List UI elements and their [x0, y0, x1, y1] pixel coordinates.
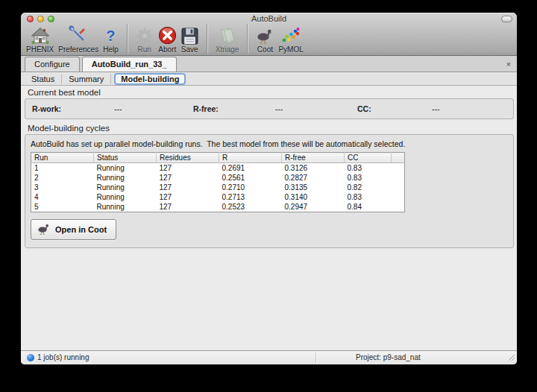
cell-r-free: 0.3126 — [282, 163, 345, 174]
run-button[interactable]: Run — [136, 25, 154, 54]
cc-value: --- — [432, 104, 440, 113]
cell-spare — [392, 173, 405, 183]
abort-icon — [158, 25, 177, 45]
cell-r: 0.2691 — [219, 163, 282, 174]
save-button[interactable]: Save — [181, 25, 198, 54]
toolbar-item-label: PHENIX — [26, 45, 54, 54]
sub-tab-bar: Status Summary Model-building — [21, 73, 517, 86]
cell-cc: 0.82 — [345, 183, 392, 192]
cell-cc: 0.83 — [345, 192, 392, 202]
tab-model-building[interactable]: Model-building — [114, 73, 186, 85]
open-in-coot-button[interactable]: Open in Coot — [31, 219, 116, 240]
abort-button[interactable]: Abort — [158, 25, 177, 54]
cell-status: Running — [94, 163, 157, 174]
cell-spare — [392, 183, 405, 192]
close-tab-icon[interactable]: × — [506, 59, 511, 69]
coot-bird-icon — [37, 223, 51, 237]
toolbar-toggle-button[interactable] — [501, 16, 512, 22]
job-status-icon — [27, 354, 34, 361]
toolbar-separator — [127, 24, 128, 54]
current-best-model-section-title: Current best model — [28, 88, 101, 97]
col-header-status: Status — [94, 153, 157, 163]
cell-run: 4 — [31, 192, 94, 202]
minimize-window-button[interactable] — [37, 16, 44, 22]
tab-autobuild-run[interactable]: AutoBuild_run_33_ — [82, 57, 177, 72]
screen: AutoBuild PHENI — [0, 0, 537, 392]
main-tab-bar: Configure AutoBuild_run_33_ × — [21, 56, 517, 72]
table-row[interactable]: 2 Running 127 0.2561 0.2827 0.83 — [31, 173, 405, 183]
table-header-row: Run Status Residues R R-free CC — [31, 153, 405, 163]
cell-run: 2 — [31, 173, 94, 183]
cell-residues: 127 — [157, 163, 219, 174]
toolbar-item-label: Xtriage — [216, 45, 239, 54]
preferences-button[interactable]: Preferences — [58, 25, 98, 54]
status-bar: 1 job(s) running Project: p9-sad_nat — [21, 350, 517, 364]
cell-residues: 127 — [157, 192, 219, 202]
cell-status: Running — [94, 173, 157, 183]
cell-cc: 0.83 — [345, 173, 392, 183]
cell-r-free: 0.3140 — [282, 192, 345, 202]
toolbar: PHENIX — [21, 25, 517, 55]
r-work-label: R-work: — [32, 104, 61, 113]
toolbar-item-label: Preferences — [58, 45, 98, 54]
resize-grip[interactable] — [506, 353, 515, 363]
cell-status: Running — [94, 183, 157, 192]
traffic-lights — [27, 16, 54, 22]
table-row[interactable]: 4 Running 127 0.2713 0.3140 0.83 — [31, 192, 405, 202]
cell-residues: 127 — [157, 173, 219, 183]
jobs-running-text: 1 job(s) running — [37, 353, 89, 361]
cell-residues: 127 — [157, 202, 219, 212]
phenix-home-button[interactable]: PHENIX — [26, 25, 54, 54]
cell-run: 3 — [31, 183, 94, 192]
cell-residues: 127 — [157, 183, 219, 192]
window-chrome: AutoBuild PHENI — [21, 13, 517, 56]
phenix-home-icon — [31, 25, 50, 45]
coot-button[interactable]: Coot — [256, 25, 274, 54]
zoom-window-button[interactable] — [48, 16, 54, 22]
toolbar-separator — [247, 24, 248, 54]
tab-summary[interactable]: Summary — [62, 74, 111, 84]
model-building-panel: Current best model R-work: --- R-free: -… — [21, 86, 517, 350]
r-free-label: R-free: — [193, 104, 219, 113]
toolbar-item-label: Abort — [158, 45, 176, 54]
help-question-icon: ? — [106, 25, 115, 45]
cell-r-free: 0.3135 — [282, 183, 345, 192]
xtriage-button[interactable]: Xtriage — [216, 25, 239, 54]
cc-label: CC: — [357, 104, 371, 113]
toolbar-item-label: Save — [181, 45, 198, 54]
title-bar: AutoBuild — [21, 13, 517, 25]
toolbar-item-label: Coot — [257, 45, 273, 54]
cell-status: Running — [94, 202, 157, 212]
cell-cc: 0.84 — [345, 202, 392, 212]
cell-run: 1 — [31, 163, 94, 174]
tab-status[interactable]: Status — [25, 74, 62, 84]
pymol-button[interactable]: PyMOL — [278, 25, 303, 54]
col-header-residues: Residues — [157, 153, 219, 163]
r-work-value: --- — [114, 104, 122, 113]
table-row[interactable]: 1 Running 127 0.2691 0.3126 0.83 — [31, 163, 405, 174]
cycles-description: AutoBuild has set up parallel model-buil… — [31, 139, 405, 148]
table-row[interactable]: 3 Running 127 0.2710 0.3135 0.82 — [31, 183, 405, 192]
tab-configure[interactable]: Configure — [25, 57, 80, 72]
help-button[interactable]: ? Help — [103, 25, 119, 54]
table-row[interactable]: 5 Running 127 0.2523 0.2947 0.84 — [31, 202, 405, 212]
model-building-cycles-section-title: Model-building cycles — [28, 124, 110, 133]
col-header-r-free: R-free — [282, 153, 345, 163]
cell-r-free: 0.2827 — [282, 173, 345, 183]
cell-r: 0.2713 — [219, 192, 282, 202]
cell-spare — [392, 202, 405, 212]
toolbar-separator — [207, 24, 207, 54]
close-window-button[interactable] — [27, 16, 34, 22]
col-header-run: Run — [31, 153, 94, 163]
cell-r: 0.2710 — [219, 183, 282, 192]
status-bar-divider — [315, 353, 316, 363]
toolbar-item-label: Run — [138, 45, 151, 54]
toolbar-item-label: Help — [103, 45, 119, 54]
window-title: AutoBuild — [21, 13, 517, 25]
autobuild-window: AutoBuild PHENI — [21, 13, 517, 364]
cell-status: Running — [94, 192, 157, 202]
coot-bird-icon — [256, 25, 274, 45]
save-floppy-icon — [181, 25, 198, 45]
cell-r: 0.2523 — [219, 202, 282, 212]
pymol-icon — [281, 25, 301, 45]
